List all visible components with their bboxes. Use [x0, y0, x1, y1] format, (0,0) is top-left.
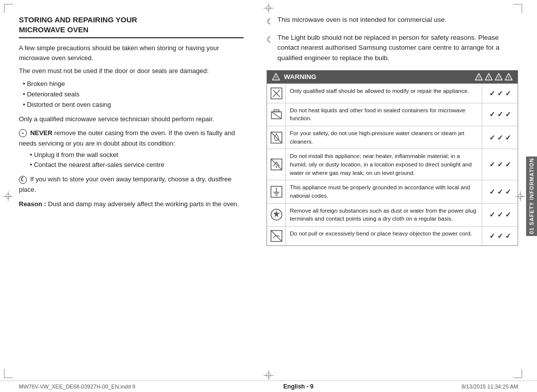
check-8: ✓	[497, 134, 503, 142]
warning-row-6: Remove all foreign substances such as du…	[267, 203, 518, 226]
sub-item-2: Contact the nearest after-sales service …	[30, 160, 244, 170]
ground-icon	[270, 185, 283, 198]
check-19: ✓	[489, 232, 495, 240]
right-top-info: ☾ This microwave oven is not intended fo…	[267, 15, 518, 63]
check-11: ✓	[497, 160, 503, 168]
reason-block: Reason : Dust and damp may adversely aff…	[19, 199, 244, 210]
warning-header: ! WARNING ! ! ! !	[267, 71, 518, 83]
warn-text-cell-3: For your safety, do not use high-pressur…	[286, 126, 482, 149]
check-7: ✓	[489, 134, 495, 142]
warn-icon-cell-6	[267, 204, 286, 226]
section-title-line1: STORING AND REPAIRING YOUR	[19, 15, 244, 25]
store-text: If you wish to store your oven away temp…	[19, 175, 232, 193]
check-17: ✓	[497, 211, 503, 219]
no-heat-icon	[270, 108, 283, 121]
never-block: - NEVER remove the outer casing from the…	[19, 128, 244, 170]
warn-icon-1: !	[475, 73, 483, 81]
no-install-icon	[270, 158, 283, 171]
warn-text-cell-2: Do not heat liquids and other food in se…	[286, 103, 482, 126]
warn-checks-cell-1: ✓ ✓ ✓	[482, 84, 518, 103]
check-4: ✓	[489, 110, 495, 118]
no-cord-icon	[270, 230, 283, 242]
warn-icon-cell-5	[267, 180, 286, 203]
svg-point-20	[275, 166, 277, 168]
check-14: ✓	[497, 188, 503, 196]
warning-label: WARNING	[284, 73, 316, 80]
warn-icon-cell-7	[267, 227, 286, 245]
svg-rect-15	[274, 110, 279, 112]
qualified-text: Only a qualified microwave service techn…	[19, 114, 244, 124]
never-sub-list: Unplug it from the wall socket Contact t…	[30, 150, 244, 171]
check-3: ✓	[505, 89, 511, 97]
svg-text:!: !	[508, 76, 510, 80]
svg-text:!: !	[275, 76, 277, 80]
reg-mark-top	[264, 3, 273, 13]
warn-text-cell-4: Do not install this appliance; near heat…	[286, 149, 482, 180]
warn-text-cell-6: Remove all foreign substances such as du…	[286, 204, 482, 226]
footer-left: MW76V-VW_XEE_DE68-03927H-00_EN.indd 9	[19, 384, 135, 390]
check-2: ✓	[497, 89, 503, 97]
section-title-line2: MICROWAVE OVEN	[19, 25, 244, 35]
check-5: ✓	[497, 110, 503, 118]
warn-icon-4: !	[505, 73, 513, 81]
list-item-3: Distorted or bent oven casing	[23, 100, 244, 110]
warn-checks-cell-4: ✓ ✓ ✓	[482, 149, 518, 180]
corner-mark-tr	[513, 4, 522, 13]
warning-row-5: This appliance must be properly grounded…	[267, 180, 518, 203]
info-text-1: This microwave oven is not intended for …	[277, 15, 447, 25]
svg-marker-27	[273, 210, 280, 218]
warn-text-cell-5: This appliance must be properly grounded…	[286, 180, 482, 203]
warning-row-7: Do not pull or excessively bend or place…	[267, 226, 518, 245]
intro-text-1: A few simple precautions should be taken…	[19, 43, 244, 63]
warning-row-1: Only qualified staff should be allowed t…	[267, 83, 518, 103]
warn-checks-cell-7: ✓ ✓ ✓	[482, 227, 518, 245]
check-6: ✓	[505, 110, 511, 118]
left-column: STORING AND REPAIRING YOUR MICROWAVE OVE…	[19, 15, 258, 361]
warn-icon-cell-1	[267, 84, 286, 103]
svg-text:!: !	[498, 76, 500, 80]
reg-mark-right	[515, 191, 525, 201]
right-column: ☾ This microwave oven is not intended fo…	[258, 15, 518, 361]
corner-mark-bl	[4, 369, 13, 378]
sidebar-tab: 01 SAFETY INFORMATION	[526, 157, 537, 236]
warn-icon-cell-4	[267, 149, 286, 180]
info-icon-store: ☾	[19, 176, 27, 184]
check-16: ✓	[489, 211, 495, 219]
check-15: ✓	[505, 188, 511, 196]
damage-list: Broken hinge Deteriorated seals Distorte…	[23, 79, 244, 110]
check-10: ✓	[489, 160, 495, 168]
reason-label: Reason :	[19, 200, 46, 208]
minus-icon: -	[19, 129, 27, 137]
page-footer: MW76V-VW_XEE_DE68-03927H-00_EN.indd 9 En…	[0, 381, 537, 392]
warning-row-4: Do not install this appliance; near heat…	[267, 149, 518, 180]
store-block: ☾ If you wish to store your oven away te…	[19, 174, 244, 195]
check-20: ✓	[497, 232, 503, 240]
info-item-2: ☾ The Light bulb should not be replaced …	[267, 33, 518, 63]
check-1: ✓	[489, 89, 495, 97]
list-item-2: Deteriorated seals	[23, 89, 244, 100]
list-item-1: Broken hinge	[23, 79, 244, 89]
star-circle-icon	[270, 208, 283, 221]
check-18: ✓	[505, 211, 511, 219]
check-21: ✓	[505, 232, 511, 240]
warn-checks-cell-6: ✓ ✓ ✓	[482, 204, 518, 226]
warn-icon-cell-2	[267, 103, 286, 126]
warning-header-icons: ! ! ! !	[475, 73, 513, 81]
svg-text:!: !	[488, 76, 490, 80]
warning-row-3: For your safety, do not use high-pressur…	[267, 126, 518, 149]
sub-item-1: Unplug it from the wall socket	[30, 150, 244, 160]
warn-checks-cell-5: ✓ ✓ ✓	[482, 180, 518, 203]
warn-text-cell-7: Do not pull or excessively bend or place…	[286, 227, 482, 245]
intro-text-2: The oven must not be used if the door or…	[19, 66, 244, 76]
moon-icon-1: ☾	[267, 16, 273, 28]
reg-mark-bottom	[264, 370, 273, 380]
warn-icon-2: !	[485, 73, 493, 81]
cross-box-icon	[270, 87, 283, 100]
warning-table: ! WARNING ! ! ! !	[267, 70, 518, 246]
section-title: STORING AND REPAIRING YOUR MICROWAVE OVE…	[19, 15, 244, 38]
warn-checks-cell-3: ✓ ✓ ✓	[482, 126, 518, 149]
main-content: STORING AND REPAIRING YOUR MICROWAVE OVE…	[0, 0, 537, 381]
svg-text:!: !	[478, 76, 480, 80]
warn-checks-cell-2: ✓ ✓ ✓	[482, 103, 518, 126]
corner-mark-tl	[4, 4, 13, 13]
